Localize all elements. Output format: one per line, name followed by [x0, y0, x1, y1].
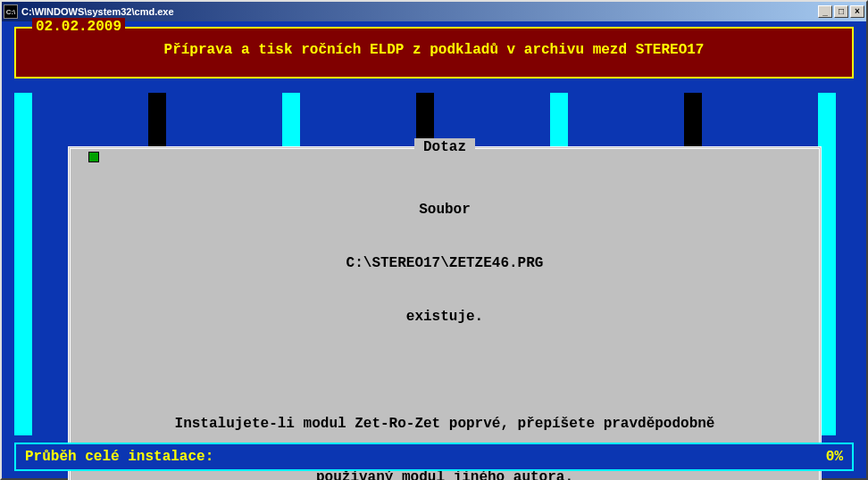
minimize-button[interactable]: _	[818, 5, 832, 18]
header-date: 02.02.2009	[32, 18, 125, 36]
window-controls: _ □ ×	[818, 5, 864, 18]
dialog-line: Instalujete-li modul Zet-Ro-Zet poprvé, …	[88, 415, 801, 433]
window-title: C:\WINDOWS\system32\cmd.exe	[21, 6, 174, 17]
maximize-button[interactable]: □	[834, 5, 848, 18]
dialog-line: C:\STEREO17\ZETZE46.PRG	[88, 254, 801, 272]
header-box: 02.02.2009 Příprava a tisk ročních ELDP …	[14, 27, 854, 79]
progress-label: Průběh celé instalace:	[25, 448, 213, 466]
dialog-line: Soubor	[88, 201, 801, 219]
dialog-box: Dotaz Soubor C:\STEREO17\ZETZE46.PRG exi…	[68, 146, 822, 480]
header-title: Příprava a tisk ročních ELDP z podkladů …	[16, 29, 852, 59]
dialog-title: Dotaz	[414, 138, 475, 156]
square-icon	[88, 152, 99, 162]
progress-percent: 0%	[826, 448, 843, 466]
close-button[interactable]: ×	[850, 5, 864, 18]
titlebar: C:\ C:\WINDOWS\system32\cmd.exe _ □ ×	[2, 2, 866, 21]
dialog-line: existuje.	[88, 308, 801, 326]
dialog-close-box[interactable]	[78, 149, 110, 165]
progress-box: Průběh celé instalace: 0%	[14, 443, 854, 471]
main-window: C:\ C:\WINDOWS\system32\cmd.exe _ □ × 02…	[0, 0, 868, 480]
app-icon: C:\	[4, 4, 18, 19]
client-area: 02.02.2009 Příprava a tisk ročních ELDP …	[2, 21, 866, 478]
dialog-body: Soubor C:\STEREO17\ZETZE46.PRG existuje.…	[88, 165, 801, 480]
